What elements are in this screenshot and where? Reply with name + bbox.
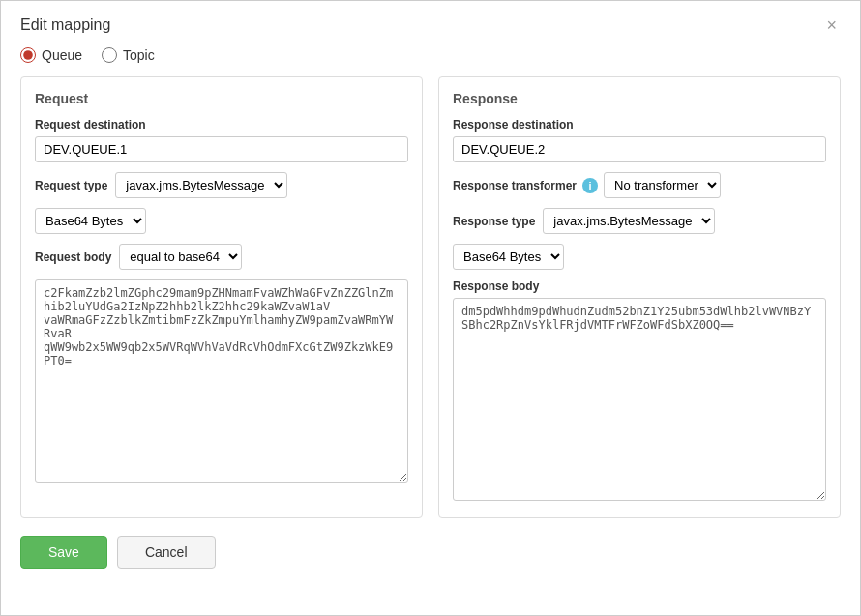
- response-body-textarea[interactable]: dm5pdWhhdm9pdWhudnZudm52bnZ1Y25ubm53dWlh…: [453, 298, 826, 501]
- topic-radio-text: Topic: [123, 47, 155, 63]
- response-encoding-select[interactable]: Base64 Bytes: [453, 244, 564, 270]
- request-panel-title: Request: [35, 91, 408, 106]
- dialog-header: Edit mapping ×: [20, 16, 841, 34]
- topic-radio-label[interactable]: Topic: [102, 47, 155, 63]
- dialog-title: Edit mapping: [20, 16, 110, 34]
- close-button[interactable]: ×: [822, 16, 841, 34]
- request-body-textarea[interactable]: c2FkamZzb2lmZGphc29mam9pZHNmamFvaWZhWaGF…: [35, 279, 408, 483]
- response-transformer-select[interactable]: No transformer: [604, 172, 721, 198]
- queue-radio[interactable]: [20, 47, 36, 63]
- request-destination-input[interactable]: [35, 136, 408, 162]
- request-panel: Request Request destination Request type…: [20, 76, 423, 518]
- request-type-select[interactable]: javax.jms.BytesMessage: [115, 172, 287, 198]
- response-type-row: Response type javax.jms.BytesMessage: [453, 208, 826, 234]
- transformer-info-icon[interactable]: i: [582, 178, 598, 193]
- response-panel: Response Response destination Response t…: [438, 76, 841, 518]
- request-type-label: Request type: [35, 179, 107, 192]
- request-body-row: Request body equal to base64: [35, 244, 408, 270]
- request-body-format-select[interactable]: equal to base64: [119, 244, 242, 270]
- response-encoding-row: Base64 Bytes: [453, 244, 826, 270]
- response-panel-title: Response: [453, 91, 826, 106]
- request-encoding-select[interactable]: Base64 Bytes: [35, 208, 146, 234]
- response-type-label: Response type: [453, 215, 535, 228]
- request-destination-label: Request destination: [35, 118, 408, 132]
- dialog-footer: Save Cancel: [20, 536, 841, 569]
- queue-radio-label[interactable]: Queue: [20, 47, 82, 63]
- topic-radio[interactable]: [102, 47, 117, 63]
- cancel-button[interactable]: Cancel: [117, 536, 216, 569]
- response-transformer-row: Response transformer i No transformer: [453, 172, 826, 198]
- panels-container: Request Request destination Request type…: [20, 76, 841, 518]
- request-type-row: Request type javax.jms.BytesMessage: [35, 172, 408, 198]
- request-body-label: Request body: [35, 250, 111, 264]
- response-type-select[interactable]: javax.jms.BytesMessage: [543, 208, 715, 234]
- response-destination-label: Response destination: [453, 118, 826, 132]
- type-radio-group: Queue Topic: [20, 47, 841, 63]
- edit-mapping-dialog: Edit mapping × Queue Topic Request Reque…: [0, 0, 861, 616]
- response-transformer-label: Response transformer: [453, 179, 577, 192]
- request-encoding-row: Base64 Bytes: [35, 208, 408, 234]
- response-destination-input[interactable]: [453, 136, 826, 162]
- queue-radio-text: Queue: [42, 47, 82, 63]
- response-body-label: Response body: [453, 279, 826, 293]
- save-button[interactable]: Save: [20, 536, 107, 569]
